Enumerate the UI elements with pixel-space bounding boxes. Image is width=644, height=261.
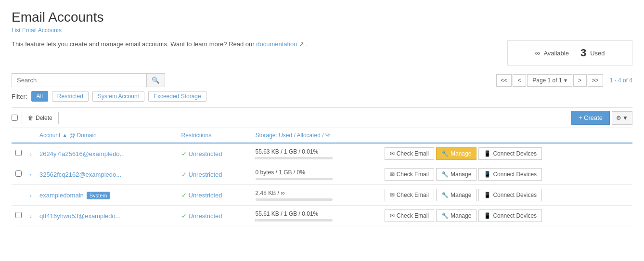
restriction-label[interactable]: Unrestricted — [189, 192, 222, 199]
filter-exceeded-storage[interactable]: Exceeded Storage — [148, 91, 206, 102]
device-icon: 📱 — [484, 150, 491, 157]
last-page-button[interactable]: >> — [588, 74, 603, 87]
filter-all[interactable]: All — [31, 91, 48, 102]
check-icon: ✓ — [181, 171, 187, 178]
prev-page-button[interactable]: < — [513, 74, 526, 87]
connect-devices-button[interactable]: 📱 Connect Devices — [478, 209, 542, 222]
ext-link-icon: ↗ — [299, 40, 304, 48]
storage-bar-background — [256, 219, 333, 222]
storage-text: 55.61 KB / 1 GB / 0.01% — [256, 210, 377, 217]
first-page-button[interactable]: << — [496, 74, 512, 87]
check-email-button[interactable]: ✉ Check Email — [385, 147, 434, 160]
manage-button[interactable]: 🔧 Manage — [436, 147, 477, 160]
row-actions: ✉ Check Email🔧 Manage📱 Connect Devices — [385, 168, 629, 181]
gear-dropdown-button[interactable]: ⚙ ▼ — [612, 111, 632, 125]
check-icon: ✓ — [181, 212, 187, 220]
row-actions: ✉ Check Email🔧 Manage📱 Connect Devices — [385, 209, 629, 222]
action-row: 🗑 Delete + Create ⚙ ▼ — [12, 107, 632, 128]
search-button[interactable]: 🔍 — [146, 73, 165, 87]
action-right: + Create ⚙ ▼ — [571, 111, 632, 125]
connect-devices-button[interactable]: 📱 Connect Devices — [478, 147, 542, 160]
next-page-button[interactable]: > — [573, 74, 587, 87]
restriction-status: ✓ Unrestricted — [181, 192, 248, 199]
col-expand — [26, 128, 36, 143]
pagination-group: << < Page 1 of 1 ▾ > >> 1 - 4 of 4 — [496, 74, 632, 87]
manage-button[interactable]: 🔧 Manage — [436, 209, 477, 222]
toolbar: 🔍 << < Page 1 of 1 ▾ > >> 1 - 4 of 4 — [12, 73, 632, 87]
storage-info: 2.48 KB / ∞ — [252, 185, 381, 206]
row-checkbox[interactable] — [15, 150, 22, 156]
available-label: Available — [543, 50, 569, 57]
expand-arrow[interactable]: › — [30, 172, 32, 178]
storage-text: 2.48 KB / ∞ — [256, 190, 377, 196]
breadcrumb[interactable]: List Email Accounts — [12, 27, 632, 34]
filter-label: Filter: — [12, 93, 27, 100]
expand-arrow[interactable]: › — [30, 193, 32, 198]
email-icon: ✉ — [390, 192, 395, 198]
device-icon: 📱 — [484, 212, 491, 219]
page-label-button[interactable]: Page 1 of 1 ▾ — [527, 74, 572, 87]
account-name[interactable]: exampledomain — [39, 192, 84, 199]
email-icon: ✉ — [390, 212, 395, 219]
col-account: Account ▲ @ Domain — [36, 128, 178, 143]
page-title: Email Accounts — [12, 10, 632, 25]
connect-devices-button[interactable]: 📱 Connect Devices — [478, 189, 542, 201]
filter-system-account[interactable]: System Account — [92, 91, 144, 102]
email-icon: ✉ — [390, 171, 395, 178]
restriction-status: ✓ Unrestricted — [181, 171, 248, 178]
col-checkbox — [12, 128, 26, 143]
select-all-checkbox[interactable] — [12, 115, 18, 121]
top-row: This feature lets you create and manage … — [12, 40, 632, 65]
gear-icon: ⚙ — [616, 115, 621, 121]
email-icon: ✉ — [390, 150, 395, 157]
check-email-button[interactable]: ✉ Check Email — [385, 168, 434, 181]
manage-button[interactable]: 🔧 Manage — [436, 168, 477, 181]
expand-arrow[interactable]: › — [30, 151, 32, 157]
storage-text: 55.63 KB / 1 GB / 0.01% — [256, 148, 377, 155]
row-checkbox[interactable] — [15, 170, 22, 177]
expand-arrow[interactable]: › — [30, 213, 32, 219]
search-input[interactable] — [12, 73, 146, 87]
manage-button[interactable]: 🔧 Manage — [436, 189, 477, 201]
storage-bar-background — [256, 178, 333, 180]
restriction-label[interactable]: Unrestricted — [189, 171, 222, 178]
storage-info: 55.63 KB / 1 GB / 0.01% — [252, 143, 381, 164]
check-icon: ✓ — [181, 192, 187, 199]
account-sort[interactable]: Account ▲ @ Domain — [39, 132, 97, 139]
page-range: 1 - 4 of 4 — [610, 77, 632, 84]
restriction-status: ✓ Unrestricted — [181, 150, 248, 157]
trash-icon: 🗑 — [28, 115, 34, 121]
storage-summary: ∞ Available 3 Used — [507, 40, 632, 65]
system-badge: System — [87, 192, 110, 199]
restriction-label[interactable]: Unrestricted — [189, 150, 222, 157]
description-text: This feature lets you create and manage … — [12, 40, 308, 48]
check-email-button[interactable]: ✉ Check Email — [385, 209, 434, 222]
device-icon: 📱 — [484, 171, 491, 178]
delete-button[interactable]: 🗑 Delete — [22, 112, 59, 124]
table-header-row: Account ▲ @ Domain Restrictions Storage:… — [12, 128, 632, 143]
storage-bar-fill — [256, 157, 256, 159]
col-actions — [381, 128, 632, 143]
restriction-label[interactable]: Unrestricted — [189, 212, 222, 220]
wrench-icon: 🔧 — [441, 192, 449, 198]
wrench-icon: 🔧 — [441, 212, 449, 219]
doc-link[interactable]: documentation — [256, 40, 297, 48]
check-email-button[interactable]: ✉ Check Email — [385, 189, 434, 201]
account-name[interactable]: qtt416yhwu53@exampledo... — [39, 212, 121, 220]
used-count: 3 — [580, 47, 586, 59]
dropdown-icon: ▾ — [564, 77, 567, 84]
restriction-status: ✓ Unrestricted — [181, 212, 248, 220]
infinity-icon: ∞ — [535, 49, 540, 57]
account-name[interactable]: 2624y7fa25616@exampledo... — [39, 150, 125, 157]
action-left: 🗑 Delete — [12, 112, 59, 124]
account-name[interactable]: 32562fcq2162@exampledo... — [39, 171, 121, 178]
connect-devices-button[interactable]: 📱 Connect Devices — [478, 168, 542, 181]
search-group: 🔍 — [12, 73, 165, 87]
storage-available: ∞ Available — [535, 49, 569, 57]
row-checkbox[interactable] — [15, 212, 22, 218]
filter-restricted[interactable]: Restricted — [52, 91, 89, 102]
table-row: ›exampledomainSystem✓ Unrestricted2.48 K… — [12, 185, 632, 206]
create-button[interactable]: + Create — [571, 111, 610, 125]
col-restrictions: Restrictions — [178, 128, 252, 143]
email-accounts-table: Account ▲ @ Domain Restrictions Storage:… — [12, 128, 632, 226]
